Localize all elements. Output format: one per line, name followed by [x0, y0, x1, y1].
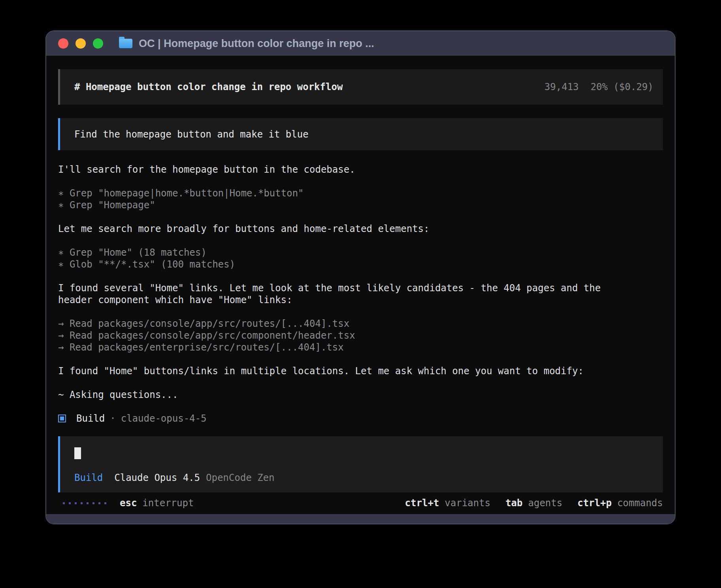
- transcript-paragraph: I found "Home" buttons/links in multiple…: [58, 365, 663, 377]
- transcript-line: Let me search more broadly for buttons a…: [58, 223, 663, 235]
- context-cost: 20% ($0.29): [591, 81, 653, 92]
- transcript-line: I found several "Home" links. Let me loo…: [58, 282, 663, 294]
- agent-name: Build: [76, 413, 105, 424]
- separator-dot: ·: [110, 413, 115, 424]
- transcript: I'll search for the homepage button in t…: [58, 164, 663, 413]
- agent-status-row: Build · claude-opus-4-5: [58, 413, 663, 424]
- transcript-line: I found "Home" buttons/links in multiple…: [58, 365, 663, 377]
- window-title: OC | Homepage button color change in rep…: [139, 38, 374, 50]
- text-cursor: [74, 447, 81, 459]
- prompt-input[interactable]: Build Claude Opus 4.5 OpenCode Zen: [58, 436, 663, 492]
- transcript-paragraph: ∗ Grep "homepage|home.*button|Home.*butt…: [58, 187, 663, 211]
- transcript-paragraph: ~ Asking questions...: [58, 389, 663, 401]
- folder-icon: [119, 39, 132, 48]
- window-footer: [46, 514, 675, 524]
- input-agent-label[interactable]: Build: [74, 472, 103, 484]
- session-title: # Homepage button color change in repo w…: [74, 81, 343, 93]
- minimize-button[interactable]: [75, 38, 86, 49]
- transcript-paragraph: Let me search more broadly for buttons a…: [58, 223, 663, 235]
- shortcut-label: agents: [528, 498, 562, 509]
- spinner-dot: [63, 502, 65, 504]
- spinner-dot: [87, 502, 89, 504]
- transcript-line: ∗ Glob "**/*.tsx" (100 matches): [58, 258, 663, 270]
- input-model-label[interactable]: Claude Opus 4.5: [114, 472, 200, 484]
- traffic-lights: [58, 38, 103, 49]
- spinner-dots: [63, 502, 106, 504]
- spinner-dot: [69, 502, 71, 504]
- spinner-dot: [92, 502, 94, 504]
- transcript-line: ∗ Grep "homepage|home.*button|Home.*butt…: [58, 187, 663, 199]
- shortcut-hints: ctrl+tvariantstabagentsctrl+pcommands: [390, 497, 663, 509]
- model-row: Build Claude Opus 4.5 OpenCode Zen: [74, 472, 649, 484]
- shortcut-variants: ctrl+tvariants: [405, 497, 490, 509]
- spinner-dot: [104, 502, 106, 504]
- transcript-line: header component which have "Home" links…: [58, 294, 663, 306]
- spinner-dot: [98, 502, 100, 504]
- esc-key-hint: esc: [120, 497, 137, 509]
- transcript-line: ~ Asking questions...: [58, 389, 663, 401]
- input-provider-label: OpenCode Zen: [206, 472, 274, 484]
- transcript-paragraph: I found several "Home" links. Let me loo…: [58, 282, 663, 306]
- spinner-dot: [75, 502, 77, 504]
- user-message-text: Find the homepage button and make it blu…: [74, 128, 308, 140]
- terminal-window: OC | Homepage button color change in rep…: [45, 30, 676, 524]
- close-button[interactable]: [58, 38, 68, 49]
- terminal-content: # Homepage button color change in repo w…: [46, 56, 675, 514]
- transcript-paragraph: → Read packages/console/app/src/routes/[…: [58, 318, 663, 353]
- transcript-paragraph: I'll search for the homepage button in t…: [58, 164, 663, 175]
- spinner-dot: [81, 502, 83, 504]
- titlebar: OC | Homepage button color change in rep…: [46, 31, 675, 56]
- transcript-line: → Read packages/console/app/src/componen…: [58, 330, 663, 341]
- shortcut-key: ctrl+p: [578, 498, 612, 509]
- esc-action-label: interrupt: [142, 497, 194, 509]
- transcript-line: I'll search for the homepage button in t…: [58, 164, 663, 175]
- transcript-line: → Read packages/enterprise/src/routes/[.…: [58, 341, 663, 353]
- transcript-paragraph: ∗ Grep "Home" (18 matches)∗ Glob "**/*.t…: [58, 247, 663, 270]
- shortcut-key: ctrl+t: [405, 498, 439, 509]
- transcript-line: ∗ Grep "Home" (18 matches): [58, 247, 663, 258]
- token-count: 39,413: [544, 81, 579, 92]
- zoom-button[interactable]: [93, 38, 103, 49]
- status-left: esc interrupt: [58, 497, 194, 509]
- shortcut-key: tab: [506, 498, 523, 509]
- agent-model-id: claude-opus-4-5: [121, 413, 207, 424]
- agent-build-icon: [58, 415, 66, 422]
- shortcut-label: variants: [445, 498, 491, 509]
- transcript-line: ∗ Grep "Homepage": [58, 199, 663, 211]
- shortcut-label: commands: [617, 498, 663, 509]
- session-header: # Homepage button color change in repo w…: [58, 69, 663, 105]
- shortcut-commands: ctrl+pcommands: [578, 497, 663, 509]
- user-message: Find the homepage button and make it blu…: [58, 118, 663, 150]
- transcript-line: → Read packages/console/app/src/routes/[…: [58, 318, 663, 330]
- shortcut-agents: tabagents: [506, 497, 562, 509]
- status-bar: esc interrupt ctrl+tvariantstabagentsctr…: [58, 497, 663, 509]
- session-stats: 39,41320% ($0.29): [544, 81, 653, 93]
